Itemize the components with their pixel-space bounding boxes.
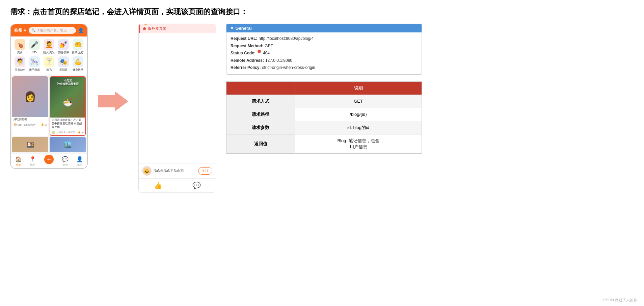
request-method-label: Request Method:	[231, 43, 263, 50]
csdn-watermark: CSDN @过了火的你	[603, 297, 637, 303]
cat-bar[interactable]: 🍸 酒吧	[42, 56, 56, 72]
general-method-row: Request Method: GET	[231, 43, 418, 50]
comment-icon[interactable]: 💬	[192, 181, 201, 189]
cat-gallery-label: 美刻馆	[59, 68, 68, 72]
detail-user-left: 🐱 NaN年NaN月NaN日	[142, 166, 184, 176]
feed-right-meta: 🌙可可今天不吃肉 👍 16	[50, 130, 85, 135]
thumbs-up-icon[interactable]: 👍	[154, 181, 162, 189]
home-icon: 🏠	[15, 156, 22, 162]
table-row: 请求方式 GET	[226, 95, 422, 108]
nav-map[interactable]: 📍 地图	[29, 156, 36, 167]
cat-spa[interactable]: 🧖 美容SPA	[13, 56, 27, 72]
add-button[interactable]: +	[44, 155, 54, 164]
nav-messages[interactable]: 💬 消息	[62, 156, 69, 167]
general-info-box: ▼ General Request URL: http://localhost:…	[226, 24, 422, 75]
api-table-col1-header	[226, 81, 295, 95]
cat-meishi[interactable]: 🍗 美食	[13, 39, 27, 54]
request-url-value: http://localhost:8080/api/blog/4	[259, 35, 314, 43]
follow-button[interactable]: 关注	[198, 167, 212, 175]
cat-ktv-label: KTV	[32, 51, 37, 54]
cat-beauty-icon: 💆	[44, 39, 54, 50]
general-referrer-row: Referrer Policy: strict-origin-when-cros…	[231, 64, 418, 72]
error-dot	[143, 27, 146, 30]
feed-card-left[interactable]: 👩 好吃的西餐 user_n0bb8mww 👍 19	[12, 76, 48, 136]
cat-bar-icon: 🍸	[44, 56, 54, 67]
nav-home[interactable]: 🏠 首页	[15, 156, 22, 167]
referrer-policy-label: Referrer Policy:	[231, 64, 261, 72]
api-value-1: /blog/{id}	[295, 108, 422, 121]
cat-spa-icon: 🧖	[15, 56, 25, 67]
detail-actions-bar: 👍 💬	[139, 178, 216, 192]
feed-right-likes: 👍 16	[78, 131, 84, 134]
cat-massage-label: 按摩·足疗	[72, 51, 83, 54]
watermark-text: CSDN @过了火的你	[603, 298, 637, 302]
cat-nail[interactable]: 💅 美睫·美甲	[57, 39, 70, 54]
category-row-1: 🍗 美食 🎤 KTV 💆 丽人·美发 💅 美睫·美甲 🤲 按摩·足	[13, 39, 85, 54]
detail-avatar: 🐱	[142, 166, 152, 176]
cat-massage[interactable]: 🤲 按摩·足疗	[71, 39, 85, 54]
cat-meishi-label: 美食	[17, 51, 23, 54]
table-row: 请求路径 /blog/{id}	[226, 108, 422, 121]
detail-bottom-bar: 🐱 NaN年NaN月NaN日 关注 👍 💬	[139, 163, 216, 192]
phone-search-bar[interactable]: 🔍 请输入商户名、地点	[29, 27, 76, 34]
page-title: 需求：点击首页的探店笔记，会进入详情页面，实现该页面的查询接口：	[10, 7, 634, 17]
cat-spa-label: 美容SPA	[15, 68, 25, 72]
cat-bar-label: 酒吧	[46, 68, 52, 72]
cat-beauty[interactable]: 💆 丽人·美发	[42, 39, 56, 54]
request-url-label: Request URL:	[231, 35, 257, 43]
feed-left-text: 好吃的西餐	[12, 117, 48, 122]
feed-right-text: 无尽浪漫的夜晚！在万花丛中摇晃着红酒杯🍷品战养牛排	[50, 118, 85, 130]
api-value-2: id: blog的id	[295, 121, 422, 134]
feed-card-right[interactable]: 小觅里 神秘浪漫花园餐厅 🍜 无尽浪漫的夜晚！在万花丛中摇晃着红酒杯🍷品战养牛排…	[50, 76, 86, 136]
phone-header: 杭州 ∨ 🔍 请输入商户名、地点 👤	[11, 24, 87, 36]
status-code-value: 404	[263, 50, 270, 57]
cat-gallery[interactable]: 🎭 美刻馆	[57, 56, 70, 72]
phone-feed-bottom: 🍱 🏙️	[11, 137, 87, 154]
general-status-row: Status Code: 404	[231, 50, 418, 57]
request-method-value: GET	[265, 43, 273, 50]
api-field-0: 请求方式	[226, 95, 295, 108]
general-url-row: Request URL: http://localhost:8080/api/b…	[231, 35, 418, 43]
main-layout: 杭州 ∨ 🔍 请输入商户名、地点 👤 🍗 美食 🎤 KTV 💆	[10, 24, 634, 193]
search-placeholder: 请输入商户名、地点	[36, 28, 67, 32]
phone-bottom-nav: 🏠 首页 📍 地图 + 💬 消息 👤 我的	[11, 154, 87, 168]
nav-profile-label: 我的	[77, 163, 82, 167]
api-table: 说明 请求方式 GET 请求路径 /blog/{id} 请求参数 id: blo…	[226, 81, 422, 154]
detail-username: NaN年NaN月NaN日	[154, 169, 184, 173]
status-code-label: Status Code:	[231, 50, 256, 57]
table-row: 返回值 Blog: 笔记信息，包含用户信息	[226, 134, 422, 153]
general-header-label: ▼ General	[230, 26, 252, 31]
like-icon-2: 👍	[78, 131, 81, 134]
api-value-0: GET	[295, 95, 422, 108]
arrow-body	[98, 95, 115, 107]
messages-icon: 💬	[62, 156, 69, 162]
remote-address-label: Remote Address:	[231, 57, 264, 65]
arrow-head	[115, 91, 128, 111]
status-dot	[258, 50, 261, 53]
feed-right-username: 🌙可可今天不吃肉	[56, 131, 75, 134]
error-message: 服务器异常	[148, 26, 166, 31]
phone-categories: 🍗 美食 🎤 KTV 💆 丽人·美发 💅 美睫·美甲 🤲 按摩·足	[11, 36, 87, 75]
cat-kids-label: 亲子游乐	[29, 68, 40, 72]
nav-add[interactable]: +	[44, 156, 54, 167]
cat-ktv-icon: 🎤	[29, 39, 40, 50]
thumb-card-2[interactable]: 🏙️	[50, 137, 86, 152]
cat-kids[interactable]: 🎠 亲子游乐	[28, 56, 41, 72]
arrow-right-shape	[98, 91, 128, 111]
cat-fitness[interactable]: 💪 健身运动	[71, 56, 85, 72]
detail-content	[139, 33, 216, 151]
feed-right-avatar	[52, 131, 55, 134]
search-icon: 🔍	[31, 28, 35, 32]
remote-address-value: 127.0.0.1:8080	[265, 57, 292, 65]
profile-icon: 👤	[76, 156, 83, 162]
category-row-2: 🧖 美容SPA 🎠 亲子游乐 🍸 酒吧 🎭 美刻馆 💪 健身运动	[13, 56, 85, 72]
food-photo-placeholder: 🍜	[63, 97, 73, 107]
right-panel: ▼ General Request URL: http://localhost:…	[226, 24, 634, 154]
cat-nail-label: 美睫·美甲	[58, 51, 69, 54]
phone-user-icon[interactable]: 👤	[78, 28, 84, 33]
thumb-card-1[interactable]: 🍱	[12, 137, 48, 152]
cat-fitness-label: 健身运动	[73, 68, 83, 72]
cat-ktv[interactable]: 🎤 KTV	[28, 39, 41, 54]
phone-location[interactable]: 杭州 ∨	[14, 28, 27, 33]
nav-profile[interactable]: 👤 我的	[76, 156, 83, 167]
